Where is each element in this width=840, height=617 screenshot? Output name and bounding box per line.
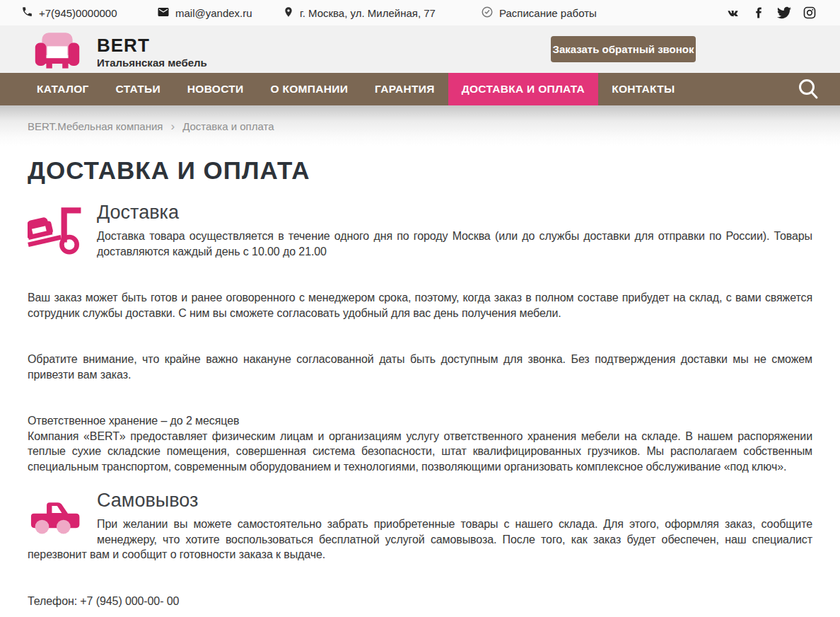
mail-icon [157,6,170,21]
breadcrumb-strip: BERT.Мебельная компания › Доставка и опл… [0,105,840,146]
main-nav: КАТАЛОГ СТАТЬИ НОВОСТИ О КОМПАНИИ ГАРАНТ… [0,73,840,105]
nav-item-about[interactable]: О КОМПАНИИ [257,73,362,105]
brand-name: BERT [97,36,207,54]
nav-item-delivery[interactable]: ДОСТАВКА И ОПЛАТА [448,73,598,105]
nav-item-warranty[interactable]: ГАРАНТИЯ [361,73,448,105]
phone-icon [21,6,33,20]
nav-item-news[interactable]: НОВОСТИ [174,73,257,105]
site-logo[interactable]: BERT Итальянская мебель [28,32,207,73]
brand-tagline: Итальянская мебель [97,57,207,69]
breadcrumb-home-link[interactable]: BERT.Мебельная компания [28,120,163,132]
site-header: BERT Итальянская мебель Заказать обратны… [0,25,840,73]
nav-item-catalog[interactable]: КАТАЛОГ [23,73,103,105]
delivery-title: Доставка [28,202,812,224]
social-links [725,0,817,25]
delivery-paragraph-2: Обратите внимание, что крайне важно нака… [28,352,812,382]
facebook-icon[interactable] [751,6,766,21]
armchair-logo-icon [28,32,86,73]
topbar-email-text: mail@yandex.ru [175,7,252,19]
topbar-phone-link[interactable]: +7(945)0000000 [21,0,117,25]
storage-title: Ответственное хранение – до 2 месяцев [28,413,812,429]
pickup-truck-icon [28,494,86,538]
pickup-title: Самовывоз [28,490,812,512]
storage-text: Компания «BERT» предоставляет физическим… [28,429,812,475]
page-title: ДОСТАВКА И ОПЛАТА [28,156,812,185]
twitter-icon[interactable] [776,6,791,21]
instagram-icon[interactable] [802,6,817,21]
delivery-section: Доставка Доставка товара осуществляется … [28,202,812,474]
forklift-sofa-icon [28,206,86,255]
clock-icon [481,6,494,21]
callback-button[interactable]: Заказать обратный звонок [551,36,696,62]
topbar-schedule-text: Расписание работы [499,7,597,19]
location-pin-icon [283,6,294,20]
breadcrumb-separator-icon: › [170,121,175,132]
search-icon[interactable] [796,73,820,105]
topbar-address: г. Москва, ул. Милейная, 77 [283,0,436,25]
pickup-text: При желании вы можете самостоятельно заб… [28,517,812,563]
topbar-phone-text: +7(945)0000000 [39,7,117,19]
topbar-email-link[interactable]: mail@yandex.ru [157,0,252,25]
topbar: +7(945)0000000 mail@yandex.ru г. Москва,… [0,0,840,25]
vk-icon[interactable] [725,6,740,21]
main-content: ДОСТАВКА И ОПЛАТА Доставка Доставка това… [28,156,812,617]
delivery-paragraph-1: Ваш заказ может быть готов и ранее огово… [28,290,812,321]
pickup-phone-line: Телефон: +7 (945) 000-00- 00 [28,594,812,609]
nav-item-contacts[interactable]: КОНТАКТЫ [598,73,688,105]
topbar-address-text: г. Москва, ул. Милейная, 77 [300,7,436,19]
topbar-schedule-link[interactable]: Расписание работы [481,0,597,25]
pickup-section: Самовывоз При желании вы можете самостоя… [28,490,812,609]
breadcrumb-current: Доставка и оплата [182,120,274,132]
delivery-intro: Доставка товара осуществляется в течение… [28,229,812,259]
breadcrumb: BERT.Мебельная компания › Доставка и опл… [28,105,812,132]
brand-block: BERT Итальянская мебель [97,36,207,69]
nav-item-articles[interactable]: СТАТЬИ [103,73,174,105]
